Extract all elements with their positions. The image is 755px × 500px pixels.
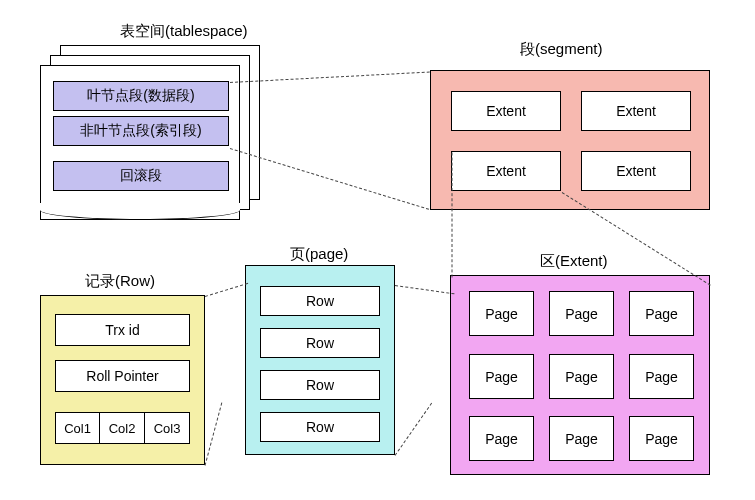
connector-extent-page-top xyxy=(395,285,455,294)
page-title: 页(page) xyxy=(290,245,348,264)
connector-page-row-top xyxy=(205,283,248,297)
row-rollpointer: Roll Pointer xyxy=(55,360,190,392)
extent-cell: Page xyxy=(629,416,694,461)
page-row: Row xyxy=(260,370,380,400)
extent-cell: Page xyxy=(469,291,534,336)
row-col: Col2 xyxy=(100,412,145,444)
extent-cell: Page xyxy=(549,354,614,399)
row-col: Col3 xyxy=(145,412,190,444)
tablespace-sheet-front: 叶节点段(数据段) 非叶节点段(索引段) 回滚段 xyxy=(40,65,240,220)
segment-cell: Extent xyxy=(451,91,561,131)
row-box: Trx id Roll Pointer Col1 Col2 Col3 xyxy=(40,295,205,465)
segment-cell: Extent xyxy=(581,151,691,191)
segment-cell: Extent xyxy=(451,151,561,191)
tablespace-title: 表空间(tablespace) xyxy=(120,22,248,41)
row-col: Col1 xyxy=(55,412,100,444)
segment-box: Extent Extent Extent Extent xyxy=(430,70,710,210)
page-row: Row xyxy=(260,286,380,316)
extent-cell: Page xyxy=(549,291,614,336)
page-row: Row xyxy=(260,412,380,442)
segment-cell: Extent xyxy=(581,91,691,131)
extent-cell: Page xyxy=(549,416,614,461)
row-trxid: Trx id xyxy=(55,314,190,346)
extent-cell: Page xyxy=(629,354,694,399)
connector-segment-extent-left xyxy=(452,153,453,278)
connector-page-row-bot xyxy=(205,403,223,466)
row-title: 记录(Row) xyxy=(85,272,155,291)
page-box: Row Row Row Row xyxy=(245,265,395,455)
extent-cell: Page xyxy=(469,416,534,461)
connector-extent-page-bot xyxy=(395,403,433,456)
extent-cell: Page xyxy=(629,291,694,336)
tablespace-segment-nonleaf: 非叶节点段(索引段) xyxy=(53,116,229,146)
extent-box: Page Page Page Page Page Page Page Page … xyxy=(450,275,710,475)
tablespace-segment-rollback: 回滚段 xyxy=(53,161,229,191)
extent-title: 区(Extent) xyxy=(540,252,608,271)
segment-title: 段(segment) xyxy=(520,40,603,59)
row-columns: Col1 Col2 Col3 xyxy=(55,412,190,444)
page-row: Row xyxy=(260,328,380,358)
tablespace-segment-leaf: 叶节点段(数据段) xyxy=(53,81,229,111)
extent-cell: Page xyxy=(469,354,534,399)
